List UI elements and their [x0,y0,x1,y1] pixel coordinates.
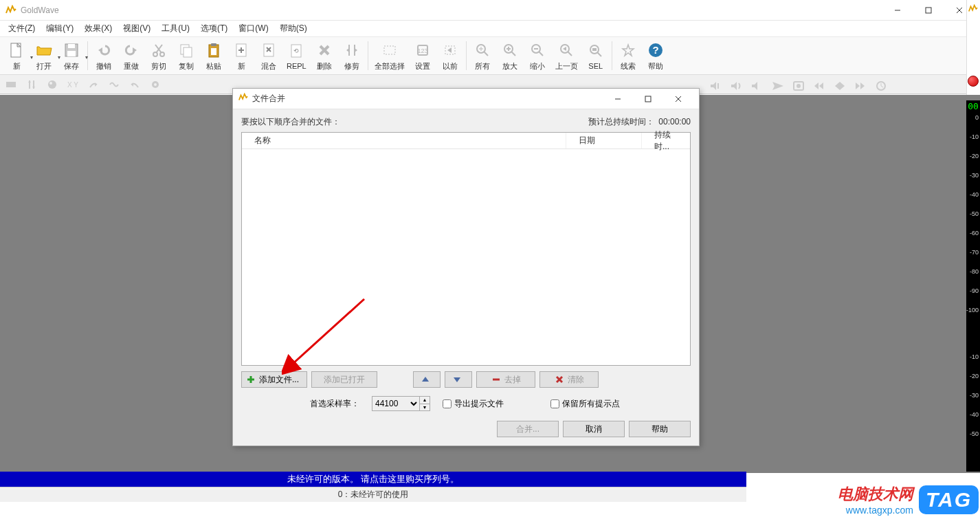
svg-marker-80 [835,82,845,90]
maximize-button[interactable] [913,1,944,20]
tool-paste-new[interactable]: 新 [227,38,255,73]
t2-skip-right-icon[interactable] [852,78,869,94]
watermark: 电脑技术网 www.tagxp.com TAG [838,484,979,516]
remove-button[interactable]: 去掉 [476,371,535,388]
tool-open[interactable]: ▾打开 [30,38,58,73]
menu-help[interactable]: 帮助(S) [274,21,313,36]
svg-line-48 [539,52,543,56]
t2-reverse-icon[interactable] [126,77,143,92]
col-name[interactable]: 名称 [242,133,566,148]
tool-save[interactable]: ▾保存 [58,38,85,73]
arrow-down-icon [452,374,462,385]
arrow-up-icon [421,374,430,385]
secondary-toolbar-right [708,77,889,95]
tool-cue[interactable]: 线索 [614,38,642,73]
menu-effect[interactable]: 效果(X) [79,21,118,36]
svg-text:123: 123 [417,47,427,54]
tool-prev-page[interactable]: 上一页 [551,38,582,73]
tool-redo[interactable]: 重做 [118,38,145,73]
move-down-button[interactable] [445,371,472,388]
tool-cut[interactable]: 剪切 [145,38,172,73]
col-duration[interactable]: 持续时... [642,133,690,148]
menu-options[interactable]: 选项(T) [195,21,233,36]
export-cue-checkbox[interactable]: 导出提示文件 [443,398,504,410]
dialog-help-button[interactable]: 帮助 [629,421,691,437]
minimize-button[interactable] [882,1,913,20]
dialog-maximize-button[interactable] [633,89,663,109]
t2-wave-icon[interactable] [106,77,122,92]
svg-marker-63 [32,87,35,89]
svg-line-54 [597,52,601,56]
t2-gear-icon[interactable] [147,77,164,92]
tool-all[interactable]: 所有 [469,38,496,73]
tool-prev[interactable]: 以前 [436,38,464,73]
col-date[interactable]: 日期 [566,133,642,148]
dialog-minimize-button[interactable] [603,89,633,109]
t2-speaker-left-icon[interactable] [708,78,724,94]
t2-xy-icon[interactable]: X Y [65,77,81,92]
minus-red-icon [491,374,502,385]
app-icon [5,5,16,16]
t2-clock-icon[interactable] [873,78,889,94]
sample-rate-spinner[interactable]: ▲▼ [419,396,430,411]
set-icon: 123 [413,41,432,60]
tool-paste[interactable]: 粘贴 [200,38,227,73]
menu-file[interactable]: 文件(Z) [3,21,41,36]
tool-undo[interactable]: 撤销 [90,38,118,73]
svg-line-51 [568,52,572,56]
t2-box-icon[interactable] [790,78,807,94]
paste-icon [204,41,223,60]
record-button[interactable] [968,76,979,87]
svg-marker-52 [563,47,566,51]
clear-button[interactable]: 清除 [539,371,599,388]
prev-icon [441,41,460,60]
svg-marker-62 [28,80,31,82]
svg-text:X Y: X Y [67,81,78,89]
sample-rate-select[interactable]: 44100 [372,396,420,411]
tool-set[interactable]: 123设置 [409,38,436,73]
merge-button[interactable]: 合并... [497,421,559,437]
t2-forward-icon[interactable] [85,77,102,92]
tool-zoom-in[interactable]: 放大 [496,38,524,73]
t2-arrows-v-icon[interactable] [23,77,40,92]
tool-select-all[interactable]: 全部选择 [370,38,409,73]
dialog-close-button[interactable] [663,89,693,109]
t2-sphere-icon[interactable] [44,77,60,92]
menubar: 文件(Z) 编辑(Y) 效果(X) 视图(V) 工具(U) 选项(T) 窗口(W… [0,21,980,37]
svg-marker-73 [731,82,737,90]
add-files-button[interactable]: 添加文件... [241,371,307,388]
t2-rect-icon[interactable] [3,77,19,92]
t2-speaker-right-icon[interactable] [749,78,766,94]
svg-point-64 [48,80,56,89]
file-list[interactable]: 名称 日期 持续时... [241,132,691,366]
t2-skip-left-icon[interactable] [811,78,827,94]
file-merge-dialog: 文件合并 要按以下顺序合并的文件： 预计总持续时间： 00:00:00 名称 日… [232,88,700,446]
tool-sel[interactable]: SEL [582,38,610,73]
svg-point-70 [154,83,157,86]
add-open-button[interactable]: 添加已打开 [311,371,377,388]
tool-repl[interactable]: ⟲REPL [282,38,311,73]
t2-speaker-icon[interactable] [728,78,745,94]
t2-send-icon[interactable] [770,78,786,94]
cue-icon [619,41,638,60]
tool-trim[interactable]: 修剪 [338,38,366,73]
tool-zoom-out[interactable]: 缩小 [524,38,551,73]
keep-cue-checkbox[interactable]: 保留所有提示点 [550,398,620,410]
t2-diamond-icon[interactable] [832,78,848,94]
tool-new[interactable]: ▾新 [3,38,30,73]
tool-mix[interactable]: 混合 [255,38,282,73]
tool-delete[interactable]: 删除 [311,38,338,73]
tool-help[interactable]: ?帮助 [642,38,669,73]
license-bar[interactable]: 未经许可的版本。 请点击这里购买序列号。 [0,472,746,487]
menu-tool[interactable]: 工具(U) [156,21,195,36]
dialog-titlebar[interactable]: 文件合并 [233,89,699,109]
svg-text:?: ? [652,44,658,56]
tool-copy[interactable]: 复制 [172,38,200,73]
svg-marker-79 [819,82,823,89]
menu-edit[interactable]: 编辑(Y) [41,21,79,36]
menu-view[interactable]: 视图(V) [118,21,156,36]
cancel-button[interactable]: 取消 [563,421,625,437]
move-up-button[interactable] [413,371,441,388]
trim-icon [342,41,361,60]
menu-window[interactable]: 窗口(W) [233,21,274,36]
